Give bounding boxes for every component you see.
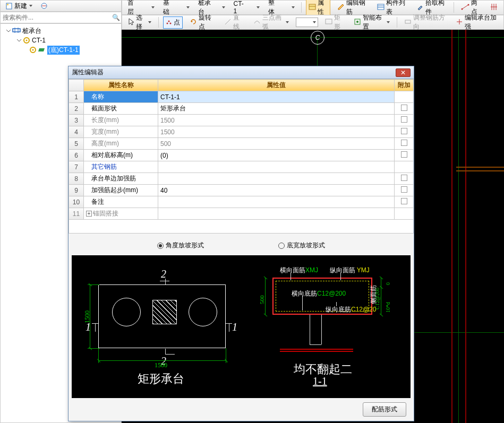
table-row[interactable]: 8 承台单边加强筋 (69, 173, 414, 185)
tree-node-child[interactable]: CT-1 (2, 36, 120, 45)
dim-tick (264, 277, 268, 280)
svg-point-8 (26, 40, 28, 41)
table-row[interactable]: 2 截面形状 矩形承台 (69, 103, 414, 115)
diagram-title-left: 矩形承台 (138, 371, 184, 387)
arc-icon (253, 18, 261, 27)
axis-line (458, 30, 459, 423)
leader-line (340, 273, 341, 280)
dim-height: 500 (259, 296, 265, 305)
diagram-preview: 2 2 1 1 1500 1500 矩形承台 (72, 255, 411, 398)
rect-icon (325, 19, 332, 27)
svg-point-19 (467, 4, 469, 5)
table-row[interactable]: 3 长度(mm) 1500 (69, 115, 414, 126)
dim-width: 1500 (83, 310, 91, 323)
table-row[interactable]: 1 名称 CT-1-1 (69, 91, 414, 103)
svg-point-26 (170, 22, 172, 24)
radio-icon (278, 243, 285, 249)
close-button[interactable]: ✕ (396, 68, 411, 77)
tree-leaf-label: (底)CT-1-1 (47, 46, 80, 55)
table-row[interactable]: 9 加强筋起步(mm) 40 (69, 185, 414, 196)
chevron-down-icon (292, 6, 295, 8)
gear-icon (40, 2, 48, 10)
rebar-form-button[interactable]: 配筋形式 (363, 402, 406, 417)
svg-point-30 (356, 21, 358, 23)
svg-rect-4 (13, 29, 20, 32)
checkbox[interactable] (401, 198, 407, 204)
chevron-down-icon (29, 5, 32, 7)
checkbox[interactable] (401, 116, 407, 123)
beam-line (456, 170, 504, 171)
table-row[interactable]: 6 相对底标高(m) (0) (69, 150, 414, 161)
leader-line (336, 302, 337, 306)
line-icon (224, 18, 232, 27)
slope-mode-radios: 角度放坡形式 底宽放坡形式 (69, 234, 414, 255)
chevron-down-icon (387, 21, 390, 23)
point-button[interactable]: 点 (163, 16, 183, 29)
dim-d0: 0 (385, 282, 391, 285)
col-name: 属性名称 (84, 80, 158, 91)
svg-line-17 (462, 5, 468, 9)
new-button[interactable]: 新建 (3, 1, 35, 12)
gear-icon (29, 46, 37, 54)
chevron-down-icon (148, 21, 151, 23)
expand-icon[interactable]: + (86, 211, 92, 217)
toolbar-extra-1[interactable] (38, 1, 50, 11)
table-row[interactable]: 10 备注 (69, 196, 414, 208)
search-icon[interactable]: 🔍 (110, 14, 121, 21)
svg-marker-11 (38, 48, 45, 51)
column-hatch (152, 300, 177, 324)
col-attach: 附加 (395, 80, 414, 91)
checkbox[interactable] (401, 128, 407, 134)
ground-line (280, 349, 353, 350)
tree-caret-icon (16, 38, 22, 43)
pile-circle (189, 298, 217, 326)
rotate-icon (190, 18, 197, 27)
label-side-val: C12@200 (374, 288, 380, 309)
checkbox[interactable] (401, 105, 407, 111)
wall-line (465, 30, 466, 423)
properties-icon (309, 3, 316, 12)
label-hx-bot: 横向底筋C12@200 (292, 289, 346, 298)
cursor-icon (128, 18, 134, 27)
dialog-title-text: 属性编辑器 (72, 68, 104, 77)
tree-child-label: CT-1 (32, 37, 46, 44)
reinforce-icon (456, 18, 463, 27)
table-row[interactable]: 11 +锚固搭接 (69, 208, 414, 220)
label-zx-bot: 纵向底筋C12@20 (326, 305, 377, 314)
tree-node-root[interactable]: 桩承台 (2, 26, 120, 36)
checkbox[interactable] (401, 140, 407, 146)
table-header: 属性名称 属性值 附加 (69, 80, 414, 91)
svg-point-24 (167, 22, 168, 24)
dim-line (98, 360, 226, 361)
table-row[interactable]: 7 其它钢筋 (69, 161, 414, 173)
leader-line (302, 296, 303, 310)
dim-length: 1500 (155, 361, 167, 369)
segment-icon (38, 47, 46, 53)
dialog-titlebar[interactable]: 属性编辑器 ✕ (69, 66, 414, 79)
linestyle-combo[interactable] (296, 18, 318, 27)
table-row[interactable]: 4 宽度(mm) 1500 (69, 126, 414, 138)
direction-icon (404, 18, 412, 27)
checkbox[interactable] (401, 175, 407, 181)
point-icon (166, 19, 172, 27)
eyedropper-icon (416, 3, 424, 12)
gear-icon (23, 37, 30, 44)
separator (158, 17, 159, 28)
checkbox[interactable] (401, 151, 407, 158)
table-row[interactable]: 5 高度(mm) 500 (69, 138, 414, 150)
svg-point-25 (168, 20, 170, 22)
tree-node-leaf[interactable]: (底)CT-1-1 (2, 45, 120, 55)
dim-tick (380, 277, 383, 280)
radio-width-slope[interactable]: 底宽放坡形式 (278, 241, 325, 250)
checkbox[interactable] (401, 186, 407, 193)
svg-point-10 (32, 49, 34, 51)
radio-angle-slope[interactable]: 角度放坡形式 (157, 241, 204, 250)
svg-rect-12 (309, 4, 315, 10)
dim-tick (380, 314, 383, 317)
col-value: 属性值 (158, 80, 395, 91)
svg-point-18 (461, 8, 463, 10)
label-hx-top: 横向面筋XMJ (280, 266, 318, 275)
search-input[interactable] (1, 13, 110, 22)
grid-icon (490, 3, 498, 12)
chevron-down-icon (313, 21, 316, 23)
